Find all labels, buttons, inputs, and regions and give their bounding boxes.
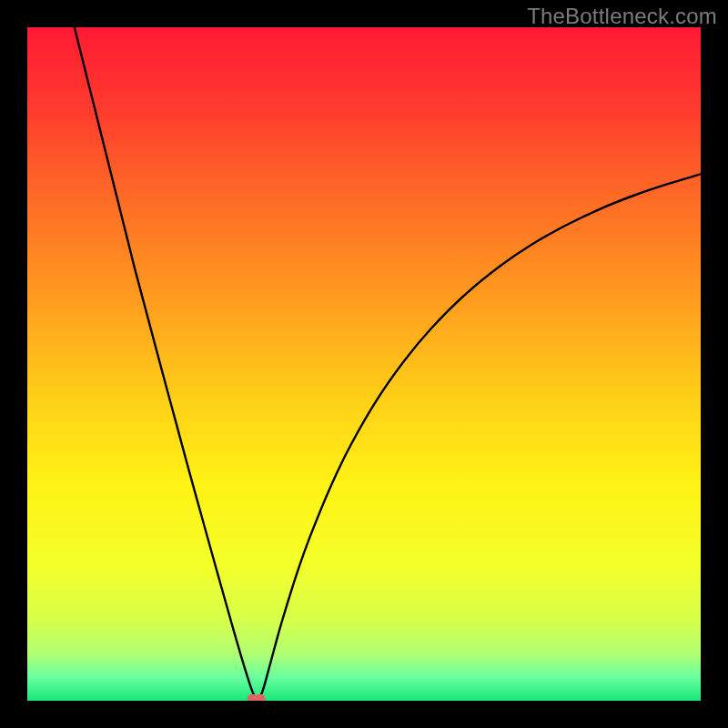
chart-frame: TheBottleneck.com <box>0 0 728 728</box>
watermark-text: TheBottleneck.com <box>527 4 717 29</box>
bottleneck-chart-svg <box>27 27 701 701</box>
gradient-background <box>27 27 701 701</box>
plot-area <box>27 27 701 701</box>
